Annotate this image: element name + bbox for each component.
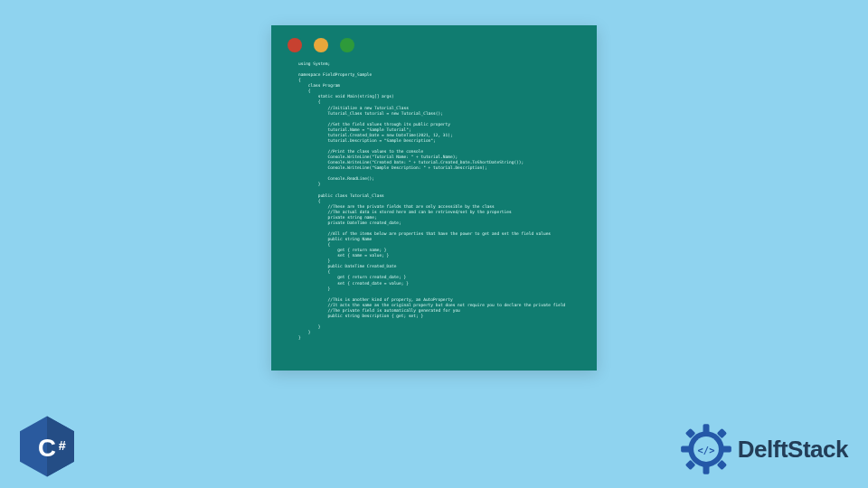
delftstack-logo: </> DelftStack (680, 423, 848, 475)
gear-icon: </> (680, 423, 732, 475)
window-titlebar (271, 25, 597, 61)
svg-rect-6 (703, 465, 709, 474)
svg-text:C: C (38, 434, 56, 462)
svg-rect-5 (703, 424, 709, 433)
brand-name: DelftStack (738, 436, 848, 464)
svg-rect-7 (681, 446, 690, 453)
svg-rect-8 (722, 446, 731, 453)
svg-text:#: # (59, 438, 66, 453)
maximize-dot-icon (340, 38, 354, 52)
csharp-language-badge: C # (20, 416, 74, 477)
svg-text:</>: </> (697, 445, 714, 455)
code-window: using System; namespace FieldProperty_Sa… (271, 25, 597, 371)
close-dot-icon (288, 38, 302, 52)
code-block: using System; namespace FieldProperty_Sa… (271, 61, 597, 350)
minimize-dot-icon (314, 38, 328, 52)
